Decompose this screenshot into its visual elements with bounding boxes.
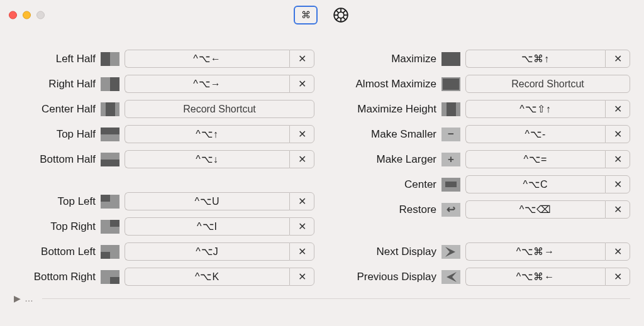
shortcut-field-maximize-height[interactable]: ^⌥⇧↑ [465, 100, 605, 118]
ellipsis-icon[interactable]: … [25, 293, 33, 303]
shortcut-control-bottom-left: ^⌥J✕ [125, 242, 314, 261]
clear-shortcut-make-larger[interactable]: ✕ [605, 150, 630, 168]
shortcut-row-almost-maximize: Almost MaximizeRecord Shortcut [330, 74, 630, 94]
top-left-icon [101, 195, 119, 209]
shortcut-field-make-smaller[interactable]: ^⌥- [465, 125, 605, 143]
chevron-right-icon [441, 245, 460, 259]
svg-line-9 [343, 10, 345, 13]
shortcut-field-next-display[interactable]: ^⌥⌘→ [465, 242, 605, 261]
clear-shortcut-top-left[interactable]: ✕ [289, 192, 314, 210]
titlebar: ⌘ [0, 0, 644, 30]
label-make-smaller: Make Smaller [330, 128, 436, 141]
toolbar-tabs: ⌘ [294, 6, 350, 24]
shortcut-control-previous-display: ^⌥⌘←✕ [465, 268, 630, 286]
shortcut-control-bottom-half: ^⌥↓✕ [125, 150, 314, 168]
shortcut-control-maximize: ⌥⌘↑✕ [465, 50, 630, 68]
shortcut-control-center-half: Record Shortcut [125, 100, 314, 118]
zoom-window-button[interactable] [36, 11, 45, 19]
shortcut-row-bottom-half: Bottom Half^⌥↓✕ [14, 149, 314, 169]
top-right-icon [101, 220, 119, 234]
shortcut-control-almost-maximize: Record Shortcut [465, 75, 630, 93]
shortcut-row-bottom-right: Bottom Right^⌥K✕ [14, 267, 314, 286]
almost-maximize-icon [441, 77, 460, 91]
shortcut-control-top-right: ^⌥I✕ [125, 217, 314, 236]
svg-line-8 [336, 17, 338, 19]
tab-settings[interactable] [331, 6, 350, 24]
make-smaller-icon: − [441, 128, 460, 141]
label-top-left: Top Left [14, 195, 96, 208]
clear-shortcut-center[interactable]: ✕ [605, 175, 630, 193]
clear-shortcut-top-half[interactable]: ✕ [289, 125, 314, 143]
label-previous-display: Previous Display [330, 271, 436, 283]
group-gap [330, 225, 630, 236]
clear-shortcut-bottom-right[interactable]: ✕ [289, 268, 314, 286]
shortcut-field-bottom-half[interactable]: ^⌥↓ [125, 150, 289, 168]
shortcut-row-left-half: Left Half^⌥←✕ [14, 49, 314, 68]
clear-shortcut-bottom-left[interactable]: ✕ [289, 242, 314, 261]
shortcut-field-center-half[interactable]: Record Shortcut [125, 100, 314, 118]
right-half-icon [101, 77, 119, 91]
clear-shortcut-bottom-half[interactable]: ✕ [289, 150, 314, 168]
label-top-right: Top Right [14, 220, 96, 233]
shortcut-field-restore[interactable]: ^⌥⌫ [465, 200, 605, 219]
bottom-right-icon [101, 270, 119, 284]
clear-shortcut-maximize[interactable]: ✕ [605, 50, 630, 68]
shortcut-row-maximize: Maximize⌥⌘↑✕ [330, 49, 630, 68]
next-display-icon [441, 245, 460, 259]
column-right: Maximize⌥⌘↑✕Almost MaximizeRecord Shortc… [330, 49, 630, 286]
svg-line-7 [343, 17, 345, 19]
clear-shortcut-restore[interactable]: ✕ [605, 200, 630, 219]
shortcut-row-restore: Restore↩^⌥⌫✕ [330, 200, 630, 219]
clear-shortcut-right-half[interactable]: ✕ [289, 75, 314, 93]
shortcut-field-maximize[interactable]: ⌥⌘↑ [465, 50, 605, 68]
clear-shortcut-make-smaller[interactable]: ✕ [605, 125, 630, 143]
footer-bar: ▶ … [14, 293, 630, 303]
disclosure-triangle-icon[interactable]: ▶ [14, 293, 21, 303]
shortcut-field-bottom-left[interactable]: ^⌥J [125, 242, 289, 261]
clear-shortcut-previous-display[interactable]: ✕ [605, 268, 630, 286]
shortcut-control-make-larger: ^⌥=✕ [465, 150, 630, 168]
shortcut-row-center-half: Center HalfRecord Shortcut [14, 99, 314, 119]
svg-point-1 [338, 12, 344, 18]
clear-shortcut-next-display[interactable]: ✕ [605, 242, 630, 261]
shortcut-field-right-half[interactable]: ^⌥→ [125, 75, 289, 93]
label-bottom-left: Bottom Left [14, 246, 96, 258]
command-glyph: ⌘ [301, 9, 311, 21]
shortcut-field-previous-display[interactable]: ^⌥⌘← [465, 268, 605, 286]
clear-shortcut-maximize-height[interactable]: ✕ [605, 100, 630, 118]
shortcut-control-top-left: ^⌥U✕ [125, 192, 314, 210]
clear-shortcut-top-right[interactable]: ✕ [289, 217, 314, 236]
shortcut-control-bottom-right: ^⌥K✕ [125, 268, 314, 286]
shortcut-field-top-left[interactable]: ^⌥U [125, 192, 289, 210]
shortcut-field-top-half[interactable]: ^⌥↑ [125, 125, 289, 143]
shortcut-row-make-smaller: Make Smaller−^⌥-✕ [330, 124, 630, 144]
label-center-half: Center Half [14, 103, 96, 116]
center-icon [441, 178, 460, 192]
close-window-button[interactable] [9, 11, 17, 19]
restore-icon: ↩ [441, 203, 460, 217]
shortcut-row-top-left: Top Left^⌥U✕ [14, 192, 314, 211]
shortcut-field-bottom-right[interactable]: ^⌥K [125, 268, 289, 286]
shortcut-field-top-right[interactable]: ^⌥I [125, 217, 289, 236]
shortcut-control-center: ^⌥C✕ [465, 175, 630, 193]
label-maximize-height: Maximize Height [330, 103, 436, 116]
gear-icon [333, 7, 349, 23]
label-restore: Restore [330, 204, 436, 216]
maximize-icon [441, 52, 460, 66]
column-left: Left Half^⌥←✕Right Half^⌥→✕Center HalfRe… [14, 49, 314, 286]
shortcut-control-restore: ^⌥⌫✕ [465, 200, 630, 219]
clear-shortcut-left-half[interactable]: ✕ [289, 50, 314, 68]
tab-shortcuts[interactable]: ⌘ [294, 6, 318, 24]
minimize-window-button[interactable] [23, 11, 31, 19]
make-larger-icon: + [441, 153, 460, 166]
shortcut-row-next-display: Next Display^⌥⌘→✕ [330, 242, 630, 261]
shortcut-row-right-half: Right Half^⌥→✕ [14, 74, 314, 94]
shortcut-field-center[interactable]: ^⌥C [465, 175, 605, 193]
shortcut-field-almost-maximize[interactable]: Record Shortcut [465, 75, 630, 93]
shortcut-field-make-larger[interactable]: ^⌥= [465, 150, 605, 168]
shortcut-control-top-half: ^⌥↑✕ [125, 125, 314, 143]
label-almost-maximize: Almost Maximize [330, 78, 436, 90]
shortcut-field-left-half[interactable]: ^⌥← [125, 50, 289, 68]
previous-display-icon [441, 270, 460, 284]
svg-line-6 [336, 10, 338, 13]
